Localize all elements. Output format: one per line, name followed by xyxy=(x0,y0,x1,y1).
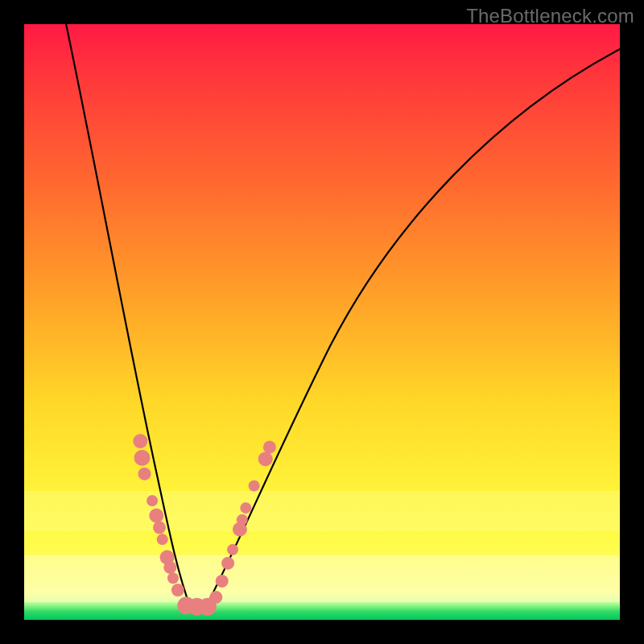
data-point xyxy=(157,534,168,545)
data-point xyxy=(258,452,273,466)
data-point xyxy=(209,591,222,604)
branding-watermark: TheBottleneck.com xyxy=(466,5,634,27)
data-point xyxy=(237,514,248,526)
bottleneck-curve xyxy=(64,24,620,613)
data-point xyxy=(138,468,151,481)
data-point xyxy=(249,481,260,492)
curve-layer xyxy=(24,24,620,620)
data-point xyxy=(153,521,166,534)
plot-area xyxy=(24,24,620,620)
data-point xyxy=(240,502,251,514)
data-point xyxy=(133,434,147,448)
chart-frame: TheBottleneck.com xyxy=(0,0,644,644)
data-point xyxy=(221,557,234,570)
data-point xyxy=(163,561,176,574)
data-point xyxy=(216,575,229,588)
branding-text: TheBottleneck.com xyxy=(466,5,634,27)
data-point xyxy=(171,584,184,597)
data-point xyxy=(149,509,163,523)
data-point xyxy=(167,572,179,584)
data-point xyxy=(147,495,158,506)
data-point xyxy=(227,544,238,555)
data-point xyxy=(263,440,276,453)
data-point xyxy=(134,450,151,466)
